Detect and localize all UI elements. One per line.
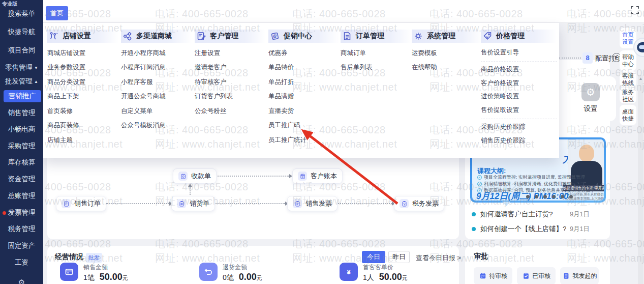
menu-item-小程序订阅消息[interactable]: 小程序订阅消息 [121,61,192,75]
fullscreen-icon[interactable] [630,6,639,15]
rail-label-line1: 首页 [622,31,634,38]
menu-item-采购历史价跟踪[interactable]: 采购历史价跟踪 [481,121,557,134]
yesterday-button[interactable]: 昨日 [388,251,410,263]
flow-box-收款单[interactable]: 收款单 [173,168,217,184]
flow-box-销售订单[interactable]: 销售订单 [56,196,106,211]
menu-item-员工推广统计[interactable]: 员工推广统计 [268,133,340,148]
daily-report-link[interactable]: 查看今日日报 > [416,253,461,263]
rail-item-客服热线[interactable]: 客服热线 [620,71,636,87]
order-management-icon [342,31,353,42]
menu-item-在线帮助[interactable]: 在线帮助 [412,61,483,75]
menu-item-商城订单[interactable]: 商城订单 [341,46,412,61]
menu-item-待审核客户[interactable]: 待审核客户 [195,75,266,90]
sidebar-item-16[interactable]: 工资 [0,258,43,268]
menu-item-开通公众号商城[interactable]: 开通公众号商城 [121,90,192,104]
menu-item-店铺主题[interactable]: 店铺主题 [47,133,118,148]
business-title: 经营情况 [55,252,83,262]
settings-tile[interactable]: ⚙ 设置 [565,76,616,121]
menu-item-订货客户列表[interactable]: 订货客户列表 [195,90,266,104]
today-button[interactable]: 今日 [362,251,385,263]
menu-column-title: 价格管理 [496,32,525,41]
menu-item-商城店铺设置[interactable]: 商城店铺设置 [47,46,118,61]
menu-item-商品页装修[interactable]: 商品页装修 [47,119,118,133]
banner-bullet-text: 利润精细核算: 利润核算清晰, 优化费用摊销 [484,181,571,187]
sidebar-item-4[interactable]: 零售管理▼ [0,63,43,73]
sidebar-item-15[interactable]: 固定资产 [0,241,43,251]
flow-box-客户账本[interactable]: 客户账本 [292,168,343,184]
menu-item-商品价格设置[interactable]: 商品价格设置 [481,63,557,77]
menu-item-售后单列表[interactable]: 售后单列表 [341,61,412,75]
carousel-dot-6[interactable] [569,195,573,198]
menu-item-直播卖货[interactable]: 直播卖货 [268,104,340,119]
approval-button-我发起的[interactable]: 我发起的 [560,267,599,284]
marketing-mega-menu: 店铺设置商城店铺设置业务参数设置商品分类设置商品上下架首页装修商品页装修店铺主题… [43,23,559,158]
sidebar-item-label: 固定资产 [8,242,36,249]
menu-column-价格管理: 价格管理售价设置引导商品价格设置客户价格设置进价策略设置售价提取设置采购历史价跟… [481,23,557,148]
rail-item-桌面快捷[interactable]: 桌面快捷 [620,105,636,125]
menu-item-自定义菜单[interactable]: 自定义菜单 [121,104,192,119]
carousel-dots[interactable] [526,195,573,198]
sidebar-item-10[interactable]: 库存核算 [0,157,43,167]
menu-item-邀请老客户[interactable]: 邀请老客户 [195,61,266,75]
menu-item-售价设置引导[interactable]: 售价设置引导 [481,46,557,60]
menu-item-客户价格设置[interactable]: 客户价格设置 [481,76,557,90]
rail-item-帮助中心[interactable]: 帮助中心 [620,50,636,71]
dotted-connector [214,176,289,177]
sidebar-item-9[interactable]: 采购管理 [0,141,43,151]
page-scrollbar[interactable]: ▲ [638,75,643,284]
sidebar-gear-icon[interactable]: ⚙ [0,278,43,284]
menu-item-开通小程序商城[interactable]: 开通小程序商城 [121,46,192,61]
menu-item-单品打折[interactable]: 单品打折 [268,75,340,90]
sidebar-item-14[interactable]: 税务管理 [0,224,43,234]
menu-item-业务参数设置[interactable]: 业务参数设置 [47,61,118,75]
menu-item-运费模板[interactable]: 运费模板 [412,46,483,61]
menu-item-注册设置[interactable]: 注册设置 [195,46,266,61]
rail-label-line2: 中心 [622,61,634,68]
approval-button-已审核[interactable]: 已审核 [517,267,556,284]
news-date: 9月1日 [570,225,590,234]
menu-item-优惠券[interactable]: 优惠券 [268,46,340,61]
menu-item-商品上下架[interactable]: 商品上下架 [47,90,118,104]
rail-label-line2: 热线 [622,79,634,87]
sidebar-item-5[interactable]: 批发管理▲ [0,76,43,87]
menu-item-单品满赠[interactable]: 单品满赠 [268,90,340,104]
sidebar-item-8[interactable]: 小畅电商 [0,124,43,134]
menu-item-销售历史价跟踪[interactable]: 销售历史价跟踪 [481,134,557,148]
tab-home[interactable]: 首页 [46,6,68,20]
menu-item-售价提取设置[interactable]: 售价提取设置 [481,103,557,117]
approval-button-待审核[interactable]: 待审核 [474,267,512,284]
menu-item-小程序客服[interactable]: 小程序客服 [121,75,192,90]
sidebar-item-13[interactable]: 发票管理 [0,208,43,218]
menu-item-商品分类设置[interactable]: 商品分类设置 [47,75,118,90]
menu-item-进价策略设置[interactable]: 进价策略设置 [481,90,557,104]
carousel-dot-5[interactable] [561,195,564,198]
sidebar-item-3[interactable]: 项目合同 [0,45,43,55]
menu-column-header: 价格管理 [481,30,557,43]
menu-item-公众号粉丝[interactable]: 公众号粉丝 [195,104,266,119]
sidebar-item-1[interactable]: 搜索菜单 [0,9,43,19]
sidebar-item-label: 采购管理 [8,142,36,150]
scroll-up-arrow[interactable]: ▲ [638,76,643,81]
flow-box-销货单[interactable]: 销货单 [171,196,215,211]
carousel-dot-3[interactable] [543,195,547,198]
flow-box-税务发票[interactable]: 税务发票 [394,196,444,211]
gear-icon: ⚙ [581,83,600,101]
rail-item-服务社区[interactable]: 服务社区 [620,88,636,103]
sidebar-item-7[interactable]: 销售管理 [0,108,43,118]
carousel-dot-4[interactable] [552,195,556,198]
sidebar-item-6[interactable]: 营销推广 [4,90,41,102]
carousel-dot-2[interactable] [535,195,538,198]
sidebar-item-12[interactable]: 总账管理 [0,191,43,201]
sidebar-item-11[interactable]: 资金管理 [0,174,43,184]
menu-item-公众号模板消息[interactable]: 公众号模板消息 [121,119,192,133]
flow-box-销售发票[interactable]: 销售发票 [287,196,338,211]
news-item-1[interactable]: 如何邀请客户自主订货?9月1日 [472,210,590,219]
menu-item-首页装修[interactable]: 首页装修 [47,104,118,119]
dotted-connector [190,187,191,195]
promotion-center-icon: 促 [269,31,281,42]
news-item-2[interactable]: 如何创建一个【线上店铺】?9月1日 [472,224,590,234]
menu-item-员工推广码[interactable]: 员工推广码 [268,119,340,133]
menu-item-单品特价[interactable]: 单品特价 [268,61,340,75]
sidebar-item-2[interactable]: 快捷导航 [0,27,43,37]
carousel-dot-1[interactable] [526,195,530,198]
